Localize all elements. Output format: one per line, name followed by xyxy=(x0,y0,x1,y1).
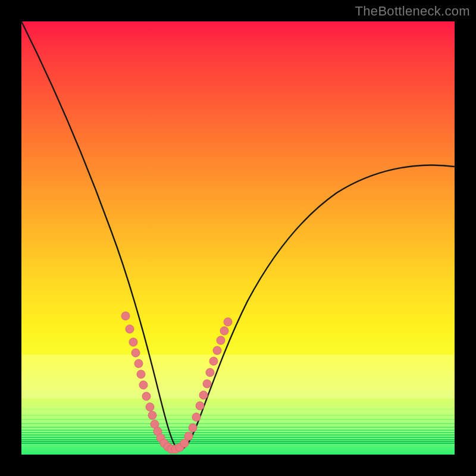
svg-point-29 xyxy=(220,327,228,335)
curve-layer xyxy=(21,21,455,455)
svg-point-19 xyxy=(184,432,193,440)
svg-point-22 xyxy=(196,402,204,410)
bottleneck-curve xyxy=(21,21,455,449)
svg-point-8 xyxy=(146,403,154,411)
plot-area xyxy=(21,21,455,455)
svg-point-5 xyxy=(137,370,145,378)
svg-point-2 xyxy=(129,338,137,346)
svg-point-26 xyxy=(209,357,218,365)
svg-point-25 xyxy=(206,368,214,377)
svg-point-24 xyxy=(203,380,211,388)
svg-point-7 xyxy=(142,392,151,400)
svg-point-1 xyxy=(126,325,134,333)
svg-point-27 xyxy=(213,346,221,355)
svg-point-0 xyxy=(121,312,130,320)
svg-point-28 xyxy=(217,336,225,345)
svg-point-21 xyxy=(192,413,201,421)
svg-point-20 xyxy=(189,424,197,432)
svg-point-4 xyxy=(134,359,143,368)
svg-point-23 xyxy=(199,391,208,399)
watermark-text: TheBottleneck.com xyxy=(355,4,470,19)
svg-point-9 xyxy=(148,411,156,419)
svg-point-30 xyxy=(224,318,232,326)
chart-frame: TheBottleneck.com xyxy=(0,0,476,476)
svg-point-6 xyxy=(139,381,148,389)
svg-point-3 xyxy=(131,349,140,357)
highlight-dots xyxy=(121,312,232,453)
